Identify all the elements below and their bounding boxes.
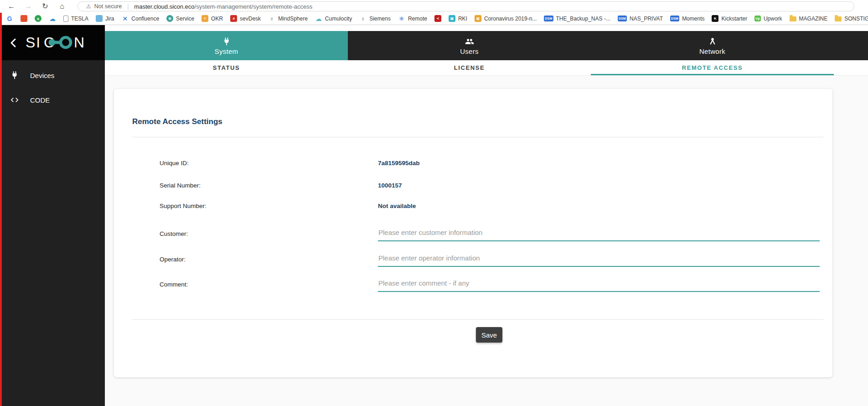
collapse-sidebar-icon[interactable]	[5, 35, 21, 51]
bookmark-icon: G	[6, 15, 13, 22]
url-domain: master.cloud.sicon.eco	[134, 3, 194, 10]
bookmark-label: THE_Backup_NAS -...	[556, 16, 610, 22]
bookmark-icon: ☁	[315, 15, 322, 22]
customer-input[interactable]	[378, 226, 820, 241]
bookmark[interactable]: ≺	[434, 15, 441, 22]
field-label: Customer:	[160, 230, 188, 237]
bookmark-label: TESLA	[71, 16, 88, 22]
bookmark-icon	[21, 15, 27, 22]
field-label: Comment:	[160, 281, 188, 288]
bookmark-sevdesk[interactable]: ılsevDesk	[230, 15, 261, 22]
bookmark-moments[interactable]: DSMMoments	[670, 16, 705, 22]
bookmark-icon: ✕	[121, 15, 129, 22]
bookmark-okr[interactable]: ≈OKR	[202, 15, 223, 22]
bookmark-rki[interactable]: ▣RKI	[449, 15, 467, 22]
subtab-status[interactable]: STATUS	[105, 60, 348, 75]
bookmark-nas-privat[interactable]: DSMNAS_PRIVAT	[618, 16, 663, 22]
bookmark-icon: ≺	[434, 15, 441, 22]
folder-icon	[835, 16, 842, 21]
bookmark-label: Upwork	[764, 16, 782, 22]
sidebar-item-label: Devices	[30, 72, 54, 79]
field-label: Serial Number:	[160, 182, 201, 189]
tab-label: System	[215, 47, 238, 55]
sidebar-item-devices[interactable]: Devices	[0, 65, 105, 86]
content-column: SystemUsersNetwork STATUSLICENSEREMOTE A…	[105, 25, 868, 406]
bookmark-label: Kickstarter	[721, 16, 747, 22]
divider-line	[132, 319, 823, 320]
tab-label: Network	[699, 47, 725, 55]
bookmark[interactable]: ☁	[49, 15, 56, 22]
tab-users[interactable]: Users	[348, 31, 591, 60]
tab-network[interactable]: Network	[591, 31, 834, 60]
bookmark-magazine[interactable]: MAGAZINE	[790, 16, 828, 22]
bookmark-upwork[interactable]: UpUpwork	[754, 16, 782, 22]
bookmark-icon	[96, 15, 103, 22]
comment-input[interactable]	[378, 276, 820, 292]
bookmark[interactable]: s	[35, 15, 41, 22]
refresh-icon[interactable]: ↻	[40, 0, 50, 12]
bookmark-remote[interactable]: ✳Remote	[398, 15, 427, 22]
tab-label: Users	[460, 47, 479, 55]
subtab-remote-access[interactable]: REMOTE ACCESS	[591, 60, 834, 75]
tab-system[interactable]: System	[105, 31, 348, 60]
browser-chrome: ← → ↻ ⌂ ⚠ Not secure | master.cloud.sico…	[0, 0, 868, 25]
bookmark-mindsphere[interactable]: ♀MindSphere	[268, 15, 308, 22]
sidebar-item-label: CODE	[30, 96, 50, 104]
bookmark-icon: ♀	[359, 15, 367, 22]
back-icon[interactable]: ←	[6, 0, 16, 12]
top-gap	[105, 25, 868, 31]
field-label: Operator:	[160, 256, 186, 263]
bookmark-cumulocity[interactable]: ☁Cumulocity	[315, 15, 352, 22]
bookmark-label: MindSphere	[278, 16, 308, 22]
users-icon	[465, 36, 474, 46]
bookmark-service[interactable]: ❋Service	[166, 15, 194, 22]
dsm-badge-icon: DSM	[618, 16, 627, 21]
not-secure-warning-icon: ⚠	[86, 3, 91, 10]
dsm-badge-icon: Up	[754, 16, 761, 21]
main-nav: SystemUsersNetwork	[105, 31, 868, 60]
address-bar[interactable]: ⚠ Not secure | master.cloud.sicon.eco/sy…	[78, 1, 854, 11]
bookmark-icon: ❋	[166, 15, 173, 22]
bookmark-sonstiges[interactable]: SONSTIGES	[835, 16, 868, 22]
bookmark-label: Service	[176, 16, 194, 22]
bookmark-confluence[interactable]: ✕Confluence	[121, 15, 159, 22]
bookmark-the-backup-nas[interactable]: DSMTHE_Backup_NAS -...	[544, 16, 610, 22]
subtab-license[interactable]: LICENSE	[348, 60, 591, 75]
field-row-support-number: Support Number:Not available	[114, 203, 832, 212]
bookmark-siemens[interactable]: ♀Siemens	[359, 15, 391, 22]
bookmark-icon: ♀	[268, 15, 275, 22]
svg-text:SI: SI	[26, 34, 41, 51]
svg-text:N: N	[74, 34, 84, 51]
not-secure-label: Not secure	[94, 3, 122, 10]
bookmark-jira[interactable]: Jira	[96, 15, 114, 22]
bookmark-label: RKI	[458, 16, 467, 22]
folder-icon	[790, 16, 796, 21]
sicon-logo: SI C N	[25, 32, 98, 53]
forward-icon[interactable]: →	[23, 0, 33, 12]
sidebar-logo-block: SI C N	[0, 25, 105, 60]
bookmark-label: sevDesk	[240, 16, 261, 22]
app-frame: SI C N DevicesCODE SystemUsersNetwork ST…	[0, 25, 868, 406]
bookmark[interactable]: G	[6, 15, 13, 22]
bookmark-coronavirus-2019-n[interactable]: ▦Coronavirus 2019-n...	[475, 15, 537, 22]
field-row-operator: Operator:	[114, 251, 832, 268]
remote-access-card: Remote Access Settings Save Unique ID:7a…	[114, 89, 832, 377]
main-area: Remote Access Settings Save Unique ID:7a…	[105, 76, 868, 406]
bookmark-label: Coronavirus 2019-n...	[484, 16, 537, 22]
home-icon[interactable]: ⌂	[57, 0, 67, 12]
dsm-badge-icon: DSM	[670, 16, 679, 21]
field-label: Unique ID:	[160, 160, 189, 167]
operator-input[interactable]	[378, 251, 820, 267]
bookmark-label: Cumulocity	[325, 16, 352, 22]
save-button[interactable]: Save	[476, 327, 502, 343]
code-icon	[9, 94, 20, 105]
sidebar-item-code[interactable]: CODE	[0, 89, 105, 110]
bookmark-label: MAGAZINE	[799, 16, 828, 22]
bookmark-icon: ≈	[202, 15, 208, 22]
bookmark-icon: ▦	[475, 15, 481, 22]
bookmark-icon: ▣	[449, 15, 455, 22]
bookmark[interactable]	[21, 15, 27, 22]
bookmark-tesla[interactable]: TESLA	[63, 16, 88, 22]
bookmark-kickstarter[interactable]: KKickstarter	[712, 15, 747, 22]
bookmark-label: Remote	[408, 16, 427, 22]
